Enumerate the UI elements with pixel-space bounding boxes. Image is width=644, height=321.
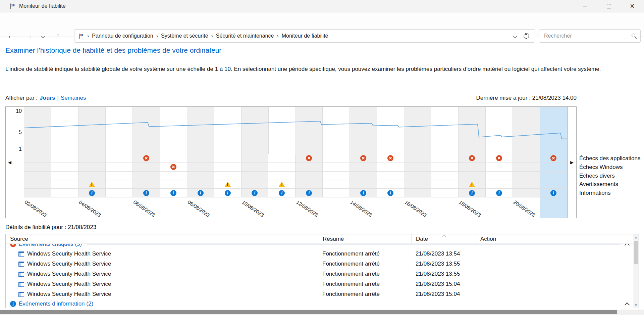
- event-cell[interactable]: [187, 163, 214, 172]
- recent-pages-button[interactable]: [38, 29, 48, 43]
- info-icon[interactable]: [225, 190, 231, 196]
- event-cell[interactable]: [513, 172, 540, 180]
- event-cell[interactable]: [431, 189, 459, 197]
- minimize-button[interactable]: [574, 0, 597, 12]
- error-icon[interactable]: [387, 155, 393, 161]
- event-cell[interactable]: [404, 180, 431, 189]
- event-cell[interactable]: [486, 180, 513, 189]
- chart-day-column[interactable]: [377, 107, 404, 154]
- error-icon[interactable]: [360, 155, 366, 161]
- table-row[interactable]: Windows Security Health ServiceFonctionn…: [6, 249, 633, 259]
- event-cell[interactable]: [350, 163, 377, 172]
- horizontal-scrollbar-thumb[interactable]: [0, 310, 617, 314]
- chart-day-column[interactable]: [350, 107, 377, 154]
- breadcrumb-item[interactable]: Moniteur de fiabilité: [282, 33, 328, 39]
- event-cell[interactable]: [51, 189, 78, 197]
- info-icon[interactable]: [279, 190, 285, 196]
- event-cell[interactable]: [187, 180, 214, 189]
- event-cell[interactable]: [268, 180, 296, 189]
- event-cell[interactable]: [377, 163, 404, 172]
- event-cell[interactable]: [78, 172, 106, 180]
- event-cell[interactable]: [459, 172, 486, 180]
- error-icon[interactable]: [496, 155, 502, 161]
- event-cell[interactable]: [296, 154, 323, 163]
- view-option-days[interactable]: Jours: [40, 95, 55, 101]
- search-input[interactable]: [543, 33, 631, 39]
- event-cell[interactable]: [296, 180, 323, 189]
- vertical-scrollbar[interactable]: ▲ ▼: [633, 234, 639, 308]
- table-row[interactable]: Windows Security Health ServiceFonctionn…: [6, 289, 633, 299]
- event-cell[interactable]: [133, 189, 160, 197]
- chart-day-column[interactable]: [78, 107, 106, 154]
- up-button[interactable]: ↑: [51, 29, 65, 43]
- chart-day-column[interactable]: [513, 107, 540, 154]
- view-option-weeks[interactable]: Semaines: [61, 95, 86, 101]
- chart-day-column[interactable]: [160, 107, 187, 154]
- event-cell[interactable]: [486, 163, 513, 172]
- event-cell[interactable]: [323, 154, 350, 163]
- back-button[interactable]: ←: [4, 29, 17, 43]
- error-icon[interactable]: [550, 155, 556, 161]
- chart-day-column[interactable]: [24, 107, 51, 154]
- event-cell[interactable]: [540, 189, 567, 197]
- column-header-resume[interactable]: Résumé: [318, 234, 412, 244]
- event-cell[interactable]: [513, 189, 540, 197]
- chart-day-column[interactable]: [214, 107, 241, 154]
- table-group-row[interactable]: Événements critiques (5): [6, 244, 633, 249]
- event-cell[interactable]: [133, 172, 160, 180]
- event-cell[interactable]: [404, 163, 431, 172]
- scrollbar-thumb[interactable]: [634, 241, 638, 264]
- info-icon[interactable]: [170, 190, 176, 196]
- event-cell[interactable]: [160, 189, 187, 197]
- event-cell[interactable]: [214, 172, 241, 180]
- event-cell[interactable]: [268, 189, 296, 197]
- collapse-chevron-icon[interactable]: [625, 302, 630, 308]
- event-cell[interactable]: [214, 163, 241, 172]
- column-header-date[interactable]: Date: [412, 234, 476, 244]
- event-cell[interactable]: [78, 180, 106, 189]
- warning-icon[interactable]: [225, 182, 231, 187]
- event-cell[interactable]: [106, 172, 133, 180]
- chart-day-column[interactable]: [241, 107, 269, 154]
- event-cell[interactable]: [133, 180, 160, 189]
- breadcrumb-item[interactable]: Système et sécurité: [161, 33, 208, 39]
- event-cell[interactable]: [540, 163, 567, 172]
- event-cell[interactable]: [323, 189, 350, 197]
- event-cell[interactable]: [214, 180, 241, 189]
- scroll-up-button[interactable]: ▲: [633, 234, 639, 240]
- column-header-source[interactable]: Source: [6, 234, 318, 244]
- event-cell[interactable]: [540, 180, 567, 189]
- chart-day-column[interactable]: [187, 107, 214, 154]
- event-cell[interactable]: [431, 163, 459, 172]
- event-cell[interactable]: [106, 180, 133, 189]
- event-cell[interactable]: [377, 172, 404, 180]
- event-cell[interactable]: [241, 172, 269, 180]
- event-cell[interactable]: [486, 154, 513, 163]
- event-cell[interactable]: [431, 172, 459, 180]
- event-cell[interactable]: [106, 189, 133, 197]
- event-cell[interactable]: [187, 154, 214, 163]
- chart-day-column[interactable]: [296, 107, 323, 154]
- info-icon[interactable]: [387, 190, 393, 196]
- chart-day-column[interactable]: [323, 107, 350, 154]
- group-label[interactable]: Événements critiques (5): [19, 244, 82, 247]
- event-cell[interactable]: [241, 154, 269, 163]
- search-box[interactable]: [539, 29, 641, 43]
- event-cell[interactable]: [51, 163, 78, 172]
- chart-day-column[interactable]: [459, 107, 486, 154]
- event-cell[interactable]: [241, 163, 269, 172]
- horizontal-scrollbar[interactable]: [0, 310, 644, 315]
- event-cell[interactable]: [241, 189, 269, 197]
- chart-day-column[interactable]: [51, 107, 78, 154]
- event-cell[interactable]: [160, 154, 187, 163]
- chart-day-column[interactable]: [540, 107, 567, 154]
- event-cell[interactable]: [268, 163, 296, 172]
- chart-scroll-left-button[interactable]: ◀: [8, 160, 11, 165]
- event-cell[interactable]: [323, 172, 350, 180]
- event-cell[interactable]: [404, 154, 431, 163]
- event-cell[interactable]: [160, 163, 187, 172]
- event-cell[interactable]: [51, 180, 78, 189]
- column-header-action[interactable]: Action: [476, 234, 633, 244]
- event-cell[interactable]: [350, 154, 377, 163]
- event-cell[interactable]: [296, 189, 323, 197]
